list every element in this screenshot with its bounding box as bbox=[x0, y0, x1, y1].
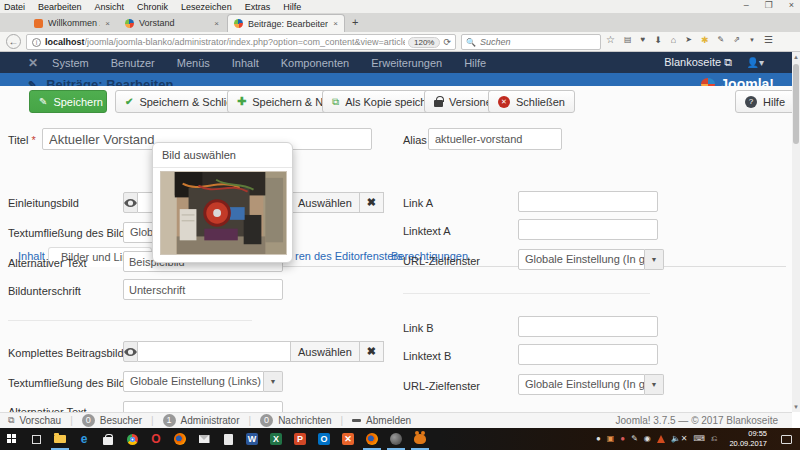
word-button[interactable]: W bbox=[240, 428, 264, 450]
reload-icon[interactable]: ⟳ bbox=[443, 37, 451, 47]
help-button[interactable]: ?Hilfe bbox=[735, 90, 795, 113]
tab-close-icon[interactable]: × bbox=[214, 19, 219, 28]
admins-link[interactable]: 1Administrator bbox=[163, 414, 240, 427]
new-tab-button[interactable]: + bbox=[352, 16, 358, 28]
close-button[interactable]: ✕Schließen bbox=[488, 90, 575, 113]
tab-willkommen[interactable]: Willkommen zum CMSOD × bbox=[28, 14, 116, 32]
alias-input[interactable] bbox=[428, 128, 562, 150]
zoom-level-badge[interactable]: 120% bbox=[408, 37, 440, 48]
scrollbar-thumb[interactable] bbox=[793, 64, 799, 144]
nav-benutzer[interactable]: Benutzer bbox=[111, 57, 155, 69]
nav-komponenten[interactable]: Komponenten bbox=[281, 57, 350, 69]
screenshot-icon[interactable]: ⇗ bbox=[733, 35, 740, 44]
preview-eye-icon[interactable] bbox=[123, 341, 138, 362]
menu-datei[interactable]: Datei bbox=[4, 2, 25, 12]
menu-extras[interactable]: Extras bbox=[245, 2, 271, 12]
round-app-button[interactable] bbox=[384, 428, 408, 450]
intro-image-select-button[interactable]: Auswählen bbox=[291, 192, 360, 213]
tray-circle-icon[interactable]: ◉ bbox=[644, 435, 651, 443]
scroll-down-icon[interactable]: ▼ bbox=[792, 404, 800, 410]
tab-vorstand[interactable]: Vorstand × bbox=[119, 14, 225, 32]
file-explorer-button[interactable] bbox=[48, 428, 72, 450]
search-box[interactable]: 🔍 bbox=[461, 34, 601, 50]
volume-muted-icon[interactable]: 🔈✕ bbox=[671, 435, 688, 443]
pocket-icon[interactable]: ♥ bbox=[641, 35, 646, 44]
nav-system[interactable]: System bbox=[52, 57, 89, 69]
save-button[interactable]: ✎Speichern bbox=[29, 90, 107, 113]
reader-button[interactable] bbox=[216, 428, 240, 450]
hamburger-menu-icon[interactable]: ☰ bbox=[764, 34, 773, 45]
caption-input[interactable] bbox=[123, 279, 283, 300]
mail-button[interactable] bbox=[192, 428, 216, 450]
bookmark-star-icon[interactable]: ☆ bbox=[606, 34, 615, 45]
window-minimize-icon[interactable]: – bbox=[744, 0, 749, 10]
search-input[interactable] bbox=[480, 37, 580, 47]
menu-lesezeichen[interactable]: Lesezeichen bbox=[181, 2, 232, 12]
clipboard-icon[interactable]: ▤ bbox=[624, 35, 632, 44]
store-button[interactable] bbox=[96, 428, 120, 450]
target-b-select[interactable]: Globale Einstellung (In gleich… ▼ bbox=[518, 374, 664, 395]
edit-icon[interactable]: ✎ bbox=[718, 35, 725, 44]
task-view-button[interactable] bbox=[24, 428, 48, 450]
powerpoint-button[interactable]: P bbox=[288, 428, 312, 450]
tab-editorfenster[interactable]: ren des Editorfensters bbox=[295, 250, 403, 262]
target-a-select[interactable]: Globale Einstellung (In gleich… ▼ bbox=[518, 249, 664, 270]
touch-keyboard-icon[interactable]: ⌨ bbox=[694, 435, 706, 443]
clock[interactable]: 09:5520.09.2017 bbox=[729, 429, 767, 449]
nav-menues[interactable]: Menüs bbox=[177, 57, 210, 69]
preview-eye-icon[interactable] bbox=[123, 192, 138, 213]
back-button[interactable]: ← bbox=[6, 34, 21, 49]
firefox-button[interactable] bbox=[168, 428, 192, 450]
window-maximize-icon[interactable]: ❐ bbox=[765, 0, 773, 10]
nav-inhalt[interactable]: Inhalt bbox=[232, 57, 259, 69]
excel-button[interactable]: X bbox=[264, 428, 288, 450]
action-center-icon[interactable] bbox=[781, 435, 792, 444]
scroll-up-icon[interactable]: ▲ bbox=[792, 54, 800, 60]
overflow-caret-icon[interactable]: ▼ bbox=[749, 37, 755, 43]
chrome-button[interactable] bbox=[120, 428, 144, 450]
window-close-icon[interactable]: × bbox=[789, 0, 794, 10]
tab-close-icon[interactable]: × bbox=[105, 19, 110, 28]
menu-ansicht[interactable]: Ansicht bbox=[95, 2, 125, 12]
nav-erweiterungen[interactable]: Erweiterungen bbox=[371, 57, 442, 69]
intro-image-clear-button[interactable]: ✖ bbox=[360, 192, 384, 213]
full-image-select-button[interactable]: Auswählen bbox=[291, 341, 360, 362]
orange-app-button[interactable]: ✕ bbox=[336, 428, 360, 450]
menu-hilfe[interactable]: Hilfe bbox=[283, 2, 301, 12]
opera-button[interactable]: O bbox=[144, 428, 168, 450]
adblock-icon[interactable]: ✱ bbox=[701, 35, 709, 45]
visitors-link[interactable]: 0Besucher bbox=[82, 414, 142, 427]
usb-icon[interactable]: ⎌ bbox=[711, 435, 717, 443]
linktext-a-input[interactable] bbox=[518, 219, 658, 240]
outlook-button[interactable]: O bbox=[312, 428, 336, 450]
vlc-icon[interactable] bbox=[657, 435, 665, 443]
site-preview-link[interactable]: Blankoseite ⧉ bbox=[664, 56, 732, 69]
site-info-icon[interactable]: i bbox=[32, 38, 41, 47]
nav-hilfe[interactable]: Hilfe bbox=[464, 57, 486, 69]
tray-orange-icon[interactable]: ▣ bbox=[607, 435, 615, 443]
link-b-input[interactable] bbox=[518, 316, 658, 337]
downloads-icon[interactable]: ⬇ bbox=[654, 35, 662, 45]
tab-close-icon[interactable]: × bbox=[333, 19, 338, 28]
link-a-input[interactable] bbox=[518, 191, 658, 212]
edge-button[interactable]: e bbox=[72, 428, 96, 450]
full-image-clear-button[interactable]: ✖ bbox=[360, 341, 384, 362]
menu-chronik[interactable]: Chronik bbox=[137, 2, 168, 12]
home-icon[interactable]: ⌂ bbox=[671, 35, 676, 45]
tray-pencil-icon[interactable]: ✎ bbox=[631, 435, 638, 443]
logout-link[interactable]: Abmelden bbox=[352, 415, 411, 426]
messages-link[interactable]: 0Nachrichten bbox=[260, 414, 331, 427]
start-button[interactable] bbox=[0, 428, 24, 450]
tab-beitraege-bearbeiten[interactable]: Beiträge: Bearbeiten - Blank × bbox=[227, 14, 345, 32]
user-menu-icon[interactable]: 👤▾ bbox=[747, 57, 765, 68]
preview-link[interactable]: ⧉Vorschau bbox=[8, 415, 61, 426]
url-bar[interactable]: i localhost /joomla/joomla-blanko/admini… bbox=[26, 34, 456, 50]
firefox-window-button[interactable] bbox=[360, 428, 384, 450]
tray-app-icon[interactable]: ● bbox=[596, 435, 601, 443]
menu-bearbeiten[interactable]: Bearbeiten bbox=[38, 2, 82, 12]
full-image-input[interactable] bbox=[138, 341, 291, 362]
linktext-b-input[interactable] bbox=[518, 344, 658, 365]
send-tab-icon[interactable]: ➤ bbox=[685, 35, 692, 44]
scrollbar[interactable]: ▲ ▼ bbox=[792, 52, 800, 412]
float-full-select[interactable]: Globale Einstellung (Links) ▼ bbox=[123, 371, 283, 392]
